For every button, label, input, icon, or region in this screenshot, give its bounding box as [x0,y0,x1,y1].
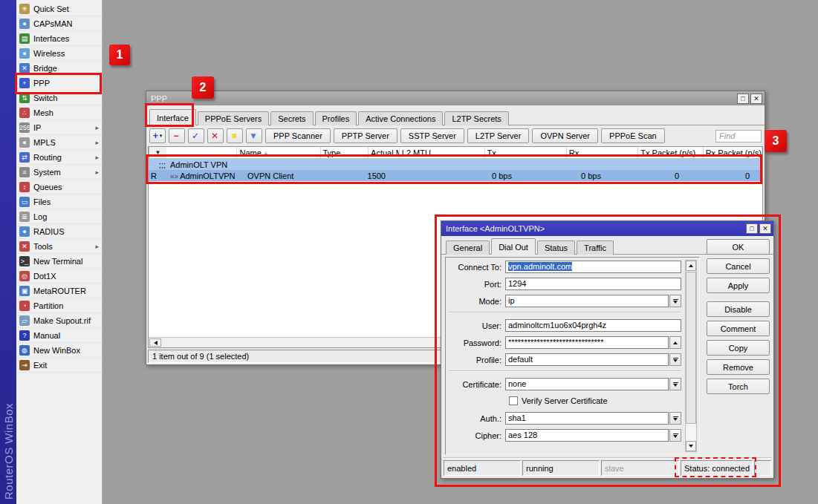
column-header[interactable]: Name ▵ [237,147,320,158]
sidebar-item[interactable]: ▤ Interfaces [16,31,102,46]
user-input[interactable]: adminoltcm1uo6x04prgh4z [505,319,681,332]
password-input[interactable]: ****************************** [505,336,669,349]
sidebar-item[interactable]: ? Manual [16,328,102,343]
dropdown-arrow-icon[interactable] [669,295,681,307]
sidebar-item[interactable]: ≡ System ▸ [16,165,102,180]
dialog-button[interactable]: Cancel [707,258,770,274]
column-header[interactable]: Tx Packet (p/s) [638,147,703,158]
toolbar-button[interactable]: PPP Scanner [265,128,331,143]
dialog-button[interactable]: Comment [707,321,770,336]
profile-select[interactable]: default [505,353,669,366]
sidebar-item[interactable]: ◔ Partition [16,298,102,313]
disable-icon[interactable]: ✕ [207,128,224,143]
auth-select[interactable]: sha1 [505,412,669,425]
toolbar-button[interactable]: SSTP Server [400,128,464,143]
column-header[interactable]: Rx [567,147,639,158]
certificate-select[interactable]: none [505,378,669,390]
dialog-tab[interactable]: Traffic [577,240,614,255]
connect-to-input[interactable]: vpn.adminolt.com [505,261,681,273]
sidebar-item[interactable]: ● MPLS ▸ [16,135,102,150]
column-header[interactable]: Tx [485,147,567,158]
sidebar-item[interactable]: ✕ Tools ▸ [16,239,102,254]
sidebar-item[interactable]: ⇄ Routing ▸ [16,150,102,165]
sidebar-item[interactable]: ∴ Mesh [16,105,102,120]
sidebar-item[interactable]: ≣ Log [16,209,102,224]
ppp-tab[interactable]: Interface [149,109,196,125]
manual-icon: ? [19,330,30,341]
dropdown-arrow-icon[interactable] [669,353,681,366]
sidebar-item[interactable]: ⇅ Switch [16,91,102,105]
sidebar-item[interactable]: ✳ Quick Set [16,1,102,16]
dialog-button[interactable]: Torch [707,379,770,394]
ppp-tab[interactable]: Active Connections [358,111,443,125]
dialog-button[interactable]: Copy [707,340,770,356]
sidebar-item[interactable]: + PPP [16,76,102,91]
close-icon[interactable]: ✕ [759,223,771,234]
maximize-icon[interactable]: □ [746,223,758,234]
verify-server-certificate-checkbox[interactable] [509,396,518,405]
dialog-title-bar[interactable]: Interface <AdminOLTVPN> □ ✕ [441,221,773,236]
comment-icon[interactable]: ■ [227,128,243,143]
sidebar-item[interactable]: ▭ Files [16,194,102,209]
close-icon[interactable]: ✕ [750,94,762,104]
mode-select[interactable]: ip [505,295,669,307]
ppp-tab[interactable]: L2TP Secrets [444,111,508,125]
ppp-tab[interactable]: PPPoE Servers [198,111,269,125]
enable-icon[interactable]: ✓ [188,128,204,143]
port-input[interactable]: 1294 [505,278,681,290]
comment-row[interactable]: ;;; AdminOLT VPN [149,159,762,170]
step-badge-3: 3 [765,130,787,152]
column-header[interactable] [166,147,238,158]
scroll-left-icon[interactable] [149,338,161,347]
footer-separator [443,457,772,459]
sidebar-item[interactable]: ↕ Queues [16,180,102,194]
table-row[interactable]: R «»AdminOLTVPN OVPN Client 1500 0 bps 0… [149,170,762,181]
column-header[interactable]: Actual MTU [369,147,400,158]
toolbar-button[interactable]: L2TP Server [467,128,530,143]
scroll-down-icon[interactable] [686,441,696,451]
toolbar-button[interactable]: OVPN Server [532,128,598,143]
sidebar-item-label: New WinBox [33,346,91,355]
sidebar-item[interactable]: >_ New Terminal [16,254,102,269]
dialog-button[interactable]: Remove [707,359,770,375]
sidebar-item[interactable]: ● Wireless [16,46,102,61]
column-header[interactable]: Type [321,147,369,158]
add-icon[interactable]: + ▾ [149,128,166,143]
toolbar-button[interactable]: PPPoE Scan [601,128,665,143]
maximize-icon[interactable]: □ [737,94,749,104]
remove-icon[interactable]: − [169,128,185,143]
sidebar-item[interactable]: ✕ Bridge [16,61,102,76]
dialog-tab[interactable]: General [446,240,490,255]
dropdown-arrow-icon[interactable] [669,429,681,442]
sidebar-item[interactable]: ● CAPsMAN [16,16,102,31]
column-picker-icon[interactable]: ▼ [149,147,166,158]
scroll-up-icon[interactable] [686,261,696,271]
collapse-arrow-icon[interactable] [669,336,681,349]
cipher-select[interactable]: aes 128 [505,429,669,442]
sidebar-item[interactable]: 255 IP ▸ [16,120,102,135]
vertical-scrollbar[interactable] [685,260,697,452]
sidebar-item[interactable]: ◎ Dot1X [16,269,102,284]
dialog-button[interactable]: OK [707,239,770,255]
sidebar-item[interactable]: ● RADIUS [16,224,102,239]
dialog-button[interactable]: Apply [707,278,770,293]
toolbar-button[interactable]: PPTP Server [334,128,397,143]
sidebar-item[interactable]: ▱ Make Supout.rif [16,313,102,328]
dialog-tab[interactable]: Status [537,240,575,255]
dialog-tab[interactable]: Dial Out [491,238,536,255]
sidebar-item[interactable]: ▣ MetaROUTER [16,284,102,298]
column-header[interactable]: Rx Packet (p/s) [704,147,762,158]
filter-icon[interactable]: ▼ [246,128,262,143]
dropdown-arrow-icon[interactable] [669,378,681,390]
ppp-title-bar[interactable]: PPP □ ✕ [146,91,765,105]
ppp-tab[interactable]: Profiles [315,111,357,125]
sidebar-item[interactable]: ◍ New WinBox [16,343,102,358]
dialog-button[interactable]: Disable [707,301,770,317]
column-header[interactable]: L2 MTU [400,147,485,158]
find-input[interactable] [715,130,762,143]
dropdown-arrow-icon[interactable] [669,412,681,425]
sidebar-item[interactable]: ⇥ Exit [16,358,102,373]
ppp-tab[interactable]: Secrets [270,111,313,125]
scrollbar-thumb[interactable] [686,272,696,424]
dialog-button-label: Apply [728,281,749,290]
